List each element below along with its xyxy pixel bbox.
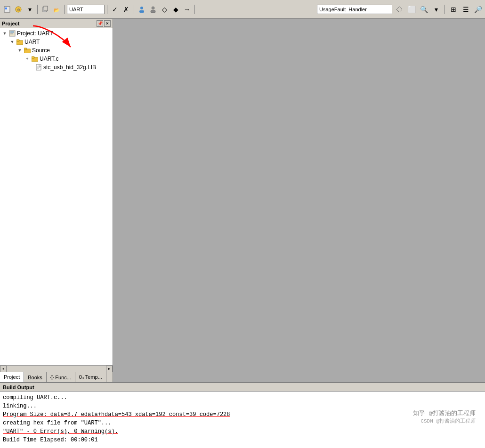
toolbar-right-btn4[interactable]: ▾ [431,4,441,15]
tree-label-uart: UART [24,39,40,45]
icon-project [8,30,16,37]
svg-text:📂: 📂 [54,7,60,13]
svg-rect-13 [10,32,14,32]
function-selector[interactable]: UsageFault_Handler [317,5,392,14]
tree-item-uart-c[interactable]: + UART.c [1,55,112,63]
tab-templ-label: 0₄ Temp... [79,374,102,380]
svg-rect-8 [139,10,144,13]
tree-label-root: Project: UART [17,30,53,37]
sep-6 [445,5,445,14]
tab-funcs-label: {} Func... [50,375,71,380]
tab-templ[interactable]: 0₄ Temp... [75,372,106,382]
tree-item-uart[interactable]: ▼ UART [1,38,112,46]
toolbar-grid[interactable]: ⊞ [448,4,459,15]
toolbar-filled-diamond[interactable]: ◆ [170,4,181,15]
scroll-track[interactable] [7,366,106,372]
tab-funcs[interactable]: {} Func... [47,372,75,382]
build-line-3: Program Size: data=8.7 edata+hdata=543 x… [3,410,482,419]
project-tree: ▼ Project: UART ▼ UART [0,28,113,365]
toolbar-diamond[interactable]: ◇ [159,4,170,15]
svg-point-7 [140,7,143,9]
tab-project-label: Project [4,374,20,380]
build-line-4: creating hex file from "UART"... [3,419,482,427]
toggle-lib: ▼ [27,64,35,71]
build-output-content: compiling UART.c... linking... Program S… [0,392,485,448]
toggle-uart-c[interactable]: + [24,55,31,63]
toolbar-right-btn1[interactable] [394,4,404,15]
horizontal-scrollbar[interactable]: ◂ ▸ [0,365,113,372]
sep-3 [107,5,107,14]
main-toolbar: ⚙ ▾ 📂 UART ✓ ✗ ◇ ◆ → UsageFault_Handler … [0,0,485,19]
toggle-root[interactable]: ▼ [1,30,8,37]
toggle-source[interactable]: ▼ [16,47,24,54]
toolbar-person2[interactable] [148,4,158,15]
tree-label-lib: stc_usb_hid_32g.LIB [43,64,96,71]
scroll-right-btn[interactable]: ▸ [106,366,113,372]
toggle-uart[interactable]: ▼ [8,38,16,46]
svg-rect-18 [24,48,27,50]
sep-4 [134,5,134,14]
tree-item-root[interactable]: ▼ Project: UART [1,29,112,38]
svg-marker-11 [396,7,402,12]
toolbar-list[interactable]: ☰ [461,4,471,15]
build-output-section: Build Output compiling UART.c... linking… [0,382,485,448]
scroll-left-btn[interactable]: ◂ [0,366,7,372]
build-line-2: linking... [3,402,482,410]
toolbar-check[interactable]: ✓ [110,4,120,15]
build-line-6: Build Time Elapsed: 00:00:01 [3,436,482,444]
left-panel: Project 📌 ✕ ▼ Project: UART [0,19,113,382]
icon-lib-file [35,64,42,71]
tree-item-lib[interactable]: ▼ stc_usb_hid_32g.LIB [1,63,112,72]
icon-uart-folder [16,38,24,46]
svg-rect-14 [10,33,13,34]
sep-5 [194,5,195,14]
svg-point-9 [152,7,154,9]
tree-label-uart-c: UART.c [40,56,58,62]
svg-rect-5 [44,6,48,11]
watermark: 知乎 @打酱油的工程师 CSDN @打酱油的工程师 [413,409,476,424]
content-area: Project 📌 ✕ ▼ Project: UART [0,19,485,382]
build-output-title: Build Output [3,384,34,390]
panel-close-btn[interactable]: ✕ [104,20,111,27]
sep-1 [37,5,38,14]
toolbar-right-btn2[interactable]: ⬜ [406,4,417,15]
icon-source-folder [24,47,31,54]
panel-icons: 📌 ✕ [97,20,111,27]
toolbar-arrow[interactable]: → [182,4,192,15]
svg-rect-1 [5,8,7,9]
sep-2 [64,5,65,14]
svg-text:⚙: ⚙ [17,8,20,12]
watermark-line1: 知乎 @打酱油的工程师 [413,409,476,417]
toolbar-btn-3[interactable]: ▾ [24,4,35,15]
watermark-line2: CSDN @打酱油的工程师 [413,417,476,424]
toolbar-x-check[interactable]: ✗ [121,4,131,15]
svg-rect-21 [36,64,41,70]
panel-pin-btn[interactable]: 📌 [97,20,103,27]
editor-area [113,19,485,382]
left-panel-tabs: Project Books {} Func... 0₄ Temp... [0,372,113,382]
toolbar-mag[interactable]: 🔎 [473,4,483,15]
tree-item-source[interactable]: ▼ Source [1,46,112,55]
build-line-5: "UART" - 0 Error(s), 0 Warning(s). [3,427,482,436]
toolbar-btn-load[interactable]: 📂 [51,4,62,15]
function-dropdown[interactable]: UART [67,5,105,14]
toolbar-person[interactable] [137,4,147,15]
toolbar-right-btn3[interactable]: 🔍 [419,4,429,15]
panel-header: Project 📌 ✕ [0,19,113,28]
toolbar-btn-copy[interactable] [40,4,50,15]
tab-project[interactable]: Project [0,372,24,382]
svg-rect-16 [16,40,19,41]
svg-rect-10 [151,10,155,13]
toolbar-btn-2[interactable]: ⚙ [13,4,24,15]
build-line-1: compiling UART.c... [3,393,482,402]
toolbar-btn-1[interactable] [2,4,12,15]
panel-title: Project [2,21,19,26]
icon-uart-c-folder [31,55,39,63]
build-output-header: Build Output [0,383,485,392]
svg-rect-20 [32,56,34,58]
tab-books[interactable]: Books [24,372,47,382]
tab-books-label: Books [28,375,42,380]
main-container: Project 📌 ✕ ▼ Project: UART [0,19,485,448]
tree-label-source: Source [32,47,50,54]
